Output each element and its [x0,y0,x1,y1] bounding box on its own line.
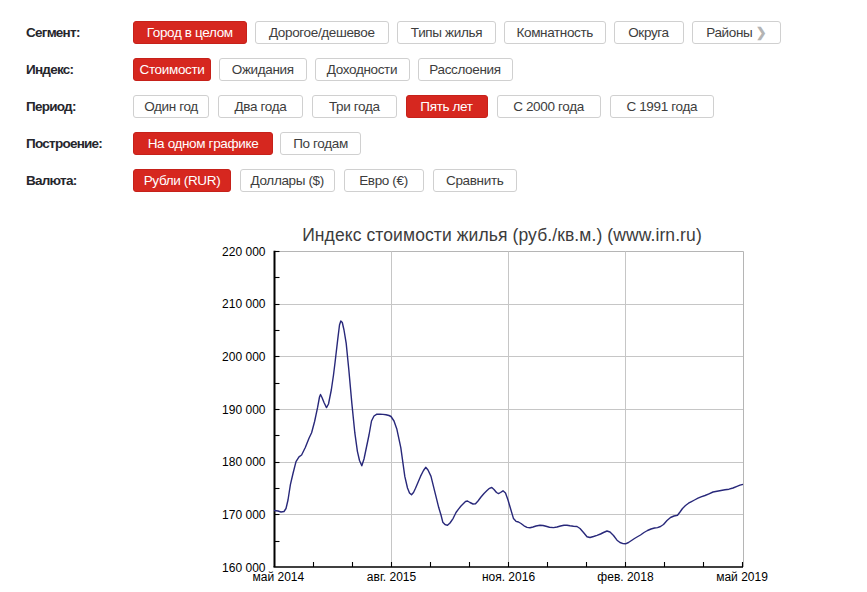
svg-text:220 000: 220 000 [222,245,266,259]
svg-text:фев. 2018: фев. 2018 [597,570,654,584]
svg-text:Индекс стоимости жилья (руб./к: Индекс стоимости жилья (руб./кв.м.) (www… [302,225,702,245]
svg-text:ноя. 2016: ноя. 2016 [482,570,535,584]
svg-text:180 000: 180 000 [222,455,266,469]
svg-text:май 2014: май 2014 [253,570,305,584]
svg-text:май 2019: май 2019 [716,570,768,584]
svg-text:200 000: 200 000 [222,350,266,364]
svg-text:170 000: 170 000 [222,508,266,522]
svg-text:авг. 2015: авг. 2015 [367,570,417,584]
svg-text:210 000: 210 000 [222,297,266,311]
svg-text:190 000: 190 000 [222,403,266,417]
